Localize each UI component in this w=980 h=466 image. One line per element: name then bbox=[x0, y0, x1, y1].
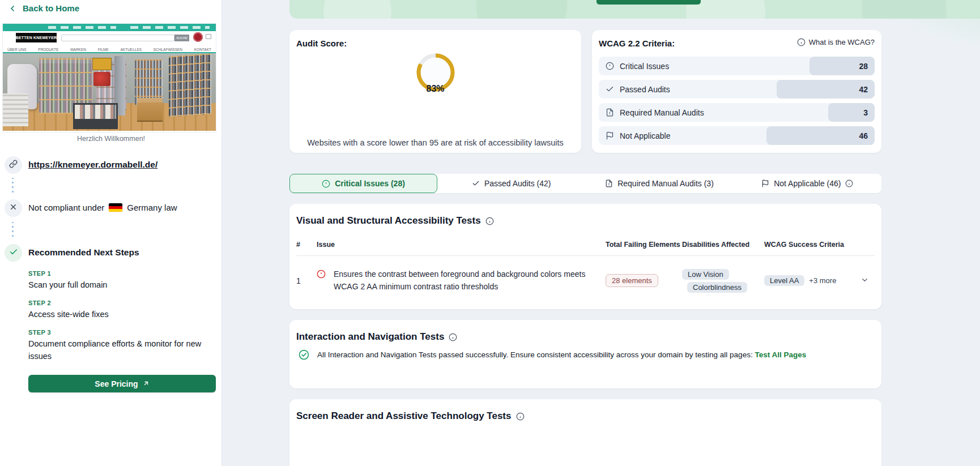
step-1: STEP 1 Scan your full domain bbox=[28, 270, 218, 292]
interaction-tests-header: Interaction and Navigation Tests bbox=[296, 331, 457, 343]
wcag-row-na[interactable]: Not Applicable 46 bbox=[599, 126, 875, 145]
test-all-pages-link[interactable]: Test All Pages bbox=[755, 350, 806, 359]
tab-passed-audits[interactable]: Passed Audits (42) bbox=[437, 174, 585, 193]
info-icon[interactable] bbox=[845, 179, 853, 187]
tab-label: Passed Audits (42) bbox=[484, 179, 551, 188]
disability-badge: Colorblindness bbox=[687, 282, 747, 293]
more-criteria-label[interactable]: +3 more bbox=[809, 276, 836, 285]
flag-icon bbox=[761, 179, 769, 187]
results-tabs: Critical Issues (28) Passed Audits (42) … bbox=[289, 174, 881, 193]
visual-tests-card: Visual and Structural Accessibility Test… bbox=[289, 204, 881, 309]
compliance-country: Germany law bbox=[127, 203, 177, 212]
top-banner bbox=[289, 0, 980, 19]
document-icon bbox=[606, 108, 614, 117]
disability-badge: Low Vision bbox=[682, 269, 729, 280]
wcag-row-count: 42 bbox=[777, 80, 875, 99]
screen-reader-tests-title: Screen Reader and Assistive Technology T… bbox=[296, 411, 512, 422]
step-1-text: Scan your full domain bbox=[28, 279, 218, 292]
info-icon[interactable] bbox=[449, 333, 457, 341]
wcag-criteria-cell: Level AA +3 more bbox=[764, 275, 849, 286]
compliance-status: Not compliant under Germany law bbox=[28, 203, 177, 212]
site-screenshot-navbar: BETTEN KNEMEYER SUCHE bbox=[3, 31, 216, 46]
expand-row-control[interactable] bbox=[849, 276, 875, 286]
tab-critical-issues[interactable]: Critical Issues (28) bbox=[289, 174, 437, 193]
sidebar: Back to Home BETTEN KNEMEYER SUCHE ÜBER … bbox=[0, 0, 222, 466]
disabilities-cell: Low Vision Colorblindness bbox=[682, 269, 764, 293]
info-icon[interactable] bbox=[485, 217, 494, 225]
col-failing: Total Failing Elements bbox=[606, 241, 682, 249]
step-2: STEP 2 Access site-wide fixes bbox=[28, 300, 218, 321]
check-icon bbox=[472, 179, 480, 187]
site-seal-badge bbox=[193, 32, 203, 42]
wcag-level-badge: Level AA bbox=[764, 275, 804, 286]
site-brand-logo: BETTEN KNEMEYER bbox=[16, 33, 57, 42]
site-nav-item: MARKEN bbox=[70, 48, 86, 52]
wcag-row-label: Passed Audits bbox=[620, 85, 670, 94]
check-circle-icon bbox=[299, 349, 309, 360]
arrow-up-right-icon bbox=[143, 379, 150, 388]
dotted-connector bbox=[12, 222, 14, 237]
site-nav-item: AKTUELLES bbox=[121, 48, 142, 52]
alert-circle-icon bbox=[606, 62, 614, 70]
what-is-wcag-link[interactable]: What is the WCAG? bbox=[797, 38, 875, 46]
step-2-label: STEP 2 bbox=[28, 300, 218, 306]
col-wcag: WCAG Success Criteria bbox=[764, 241, 849, 249]
wcag-title: WCAG 2.2 Criteria: bbox=[599, 39, 675, 48]
site-screenshot-topbar bbox=[3, 24, 216, 31]
back-to-home-link[interactable]: Back to Home bbox=[8, 3, 79, 13]
step-3-text: Document compliance efforts & monitor fo… bbox=[28, 338, 218, 363]
chevron-left-icon bbox=[8, 4, 17, 13]
wcag-row-critical[interactable]: Critical Issues 28 bbox=[599, 57, 875, 75]
step-3: STEP 3 Document compliance efforts & mon… bbox=[28, 329, 218, 363]
wcag-row-manual[interactable]: Required Manual Audits 3 bbox=[599, 103, 875, 122]
banner-blob bbox=[476, 0, 567, 19]
check-icon bbox=[9, 247, 18, 259]
audit-score-card: Audit Score: 83% Websites with a score l… bbox=[289, 30, 581, 153]
screen-reader-tests-header: Screen Reader and Assistive Technology T… bbox=[296, 411, 525, 422]
compliance-text: Not compliant under bbox=[28, 203, 104, 212]
col-issue: Issue bbox=[317, 241, 606, 249]
banner-blob bbox=[323, 0, 391, 19]
scanned-url-link[interactable]: https://knemeyer.dormabell.de/ bbox=[28, 160, 157, 170]
tab-required-manual-audits[interactable]: Required Manual Audits (3) bbox=[585, 174, 733, 193]
screen-reader-tests-card: Screen Reader and Assistive Technology T… bbox=[289, 399, 881, 466]
site-nav-item: PRODUKTE bbox=[38, 48, 58, 52]
back-to-home-label: Back to Home bbox=[23, 3, 79, 13]
tab-label: Not Applicable (46) bbox=[774, 179, 841, 188]
site-screenshot: BETTEN KNEMEYER SUCHE ÜBER UNS PRODUKTE … bbox=[3, 24, 216, 132]
photo-display-table bbox=[73, 103, 118, 130]
germany-flag-icon bbox=[109, 203, 122, 212]
interaction-tests-card: Interaction and Navigation Tests All Int… bbox=[289, 320, 881, 388]
failing-elements-badge: 28 elements bbox=[606, 274, 658, 287]
wcag-row-label: Required Manual Audits bbox=[620, 108, 704, 117]
photo-pillow bbox=[93, 72, 110, 86]
visual-tests-header: Visual and Structural Accessibility Test… bbox=[296, 215, 494, 226]
pass-message: All Interaction and Navigation Tests pas… bbox=[317, 350, 806, 359]
info-icon bbox=[797, 38, 806, 46]
site-caption: Herzlich Willkommen! bbox=[0, 135, 222, 143]
info-icon[interactable] bbox=[516, 412, 525, 421]
link-icon bbox=[9, 160, 18, 170]
banner-cta-button[interactable] bbox=[596, 0, 701, 5]
wcag-row-count: 3 bbox=[828, 103, 875, 122]
site-nav-links: ÜBER UNS PRODUKTE MARKEN FILME AKTUELLES… bbox=[3, 46, 216, 53]
audit-score-title: Audit Score: bbox=[296, 39, 347, 48]
col-disabilities: Disabilities Affected bbox=[682, 241, 764, 249]
link-icon-circle bbox=[5, 156, 22, 174]
photo-sign bbox=[92, 58, 112, 70]
wcag-row-passed[interactable]: Passed Audits 42 bbox=[599, 80, 875, 99]
wcag-criteria-card: WCAG 2.2 Criteria: What is the WCAG? Cri… bbox=[592, 30, 881, 153]
x-icon-circle bbox=[5, 199, 22, 217]
site-nav-item: FILME bbox=[98, 48, 109, 52]
step-1-label: STEP 1 bbox=[28, 270, 218, 277]
next-steps-title: Recommended Next Steps bbox=[28, 247, 139, 258]
accessibility-audit-page: Back to Home BETTEN KNEMEYER SUCHE ÜBER … bbox=[0, 0, 980, 466]
step-2-text: Access site-wide fixes bbox=[28, 309, 218, 321]
issue-row[interactable]: 1 Ensures the contrast between foregroun… bbox=[296, 260, 875, 293]
see-pricing-button[interactable]: See Pricing bbox=[28, 375, 216, 392]
site-search-field bbox=[61, 35, 174, 41]
banner-blob bbox=[862, 0, 947, 19]
site-nav-item: ÜBER UNS bbox=[7, 48, 27, 52]
tab-not-applicable[interactable]: Not Applicable (46) bbox=[734, 174, 881, 193]
tab-label: Critical Issues (28) bbox=[335, 179, 405, 188]
